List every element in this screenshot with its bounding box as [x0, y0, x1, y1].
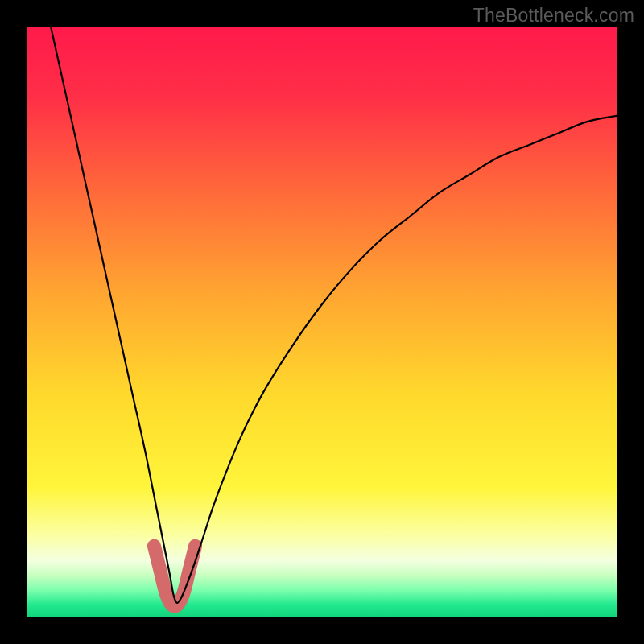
curve-layer — [27, 27, 617, 617]
watermark-text: TheBottleneck.com — [473, 5, 634, 27]
chart-frame: TheBottleneck.com — [0, 0, 644, 644]
plot-area — [27, 27, 617, 617]
main-curve — [51, 27, 617, 603]
